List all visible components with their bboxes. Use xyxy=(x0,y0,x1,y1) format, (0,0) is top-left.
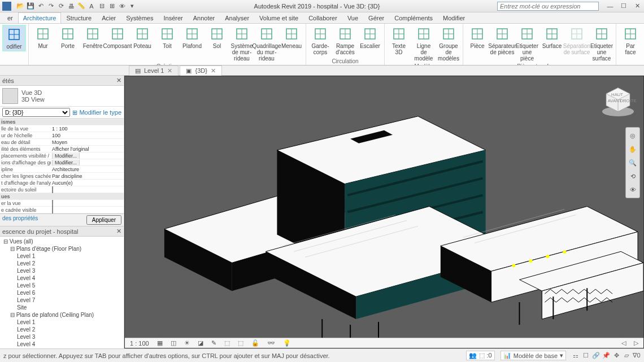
prop-checkbox[interactable] xyxy=(52,186,53,193)
qat-eye-icon[interactable]: 👁 xyxy=(118,2,127,11)
prop-value[interactable] xyxy=(51,200,124,207)
ribbon-tab-insérer[interactable]: Insérer xyxy=(158,12,188,23)
tree-node[interactable]: Level 5 xyxy=(1,282,123,289)
ribbon-btn-s-paration-de-surface[interactable]: Séparation de surface xyxy=(565,25,589,56)
sun-path-icon[interactable]: ☀ xyxy=(182,339,192,347)
prop-row[interactable]: placements visibilité / gra...Modifier..… xyxy=(0,152,124,159)
properties-help-link[interactable]: des propriétés xyxy=(2,215,38,225)
app-icon[interactable] xyxy=(2,2,11,11)
qat-sync-icon[interactable]: ⟳ xyxy=(56,2,66,11)
ribbon-btn-odifier[interactable]: odifier xyxy=(2,25,26,51)
search-input[interactable] xyxy=(497,2,599,11)
prop-row[interactable]: ions d'affichage des graphi...Modifier..… xyxy=(0,159,124,166)
tree-node[interactable]: Level 1 xyxy=(1,252,123,260)
nav-wheel-icon[interactable]: ◎ xyxy=(627,130,638,141)
minimize-button[interactable]: — xyxy=(603,1,617,11)
tree-node[interactable]: Level 3 xyxy=(1,267,123,274)
qat-undo-icon[interactable]: ↶ xyxy=(36,2,45,11)
sb-link-icon[interactable]: 🔗 xyxy=(592,352,600,360)
ribbon-tab-er[interactable]: er xyxy=(2,12,18,23)
crop-view-icon[interactable]: ⬚ xyxy=(223,339,232,347)
prop-row[interactable]: eau de détailMoyen xyxy=(0,139,124,146)
prop-value[interactable] xyxy=(51,207,124,213)
view-cube[interactable]: HAUT DROITE AVANT xyxy=(598,82,638,121)
scroll-left-icon[interactable]: ◁ xyxy=(620,339,628,347)
view-scale[interactable]: 1 : 100 xyxy=(128,340,151,347)
qat-save-icon[interactable]: 💾 xyxy=(26,2,35,11)
ribbon-tab-annoter[interactable]: Annoter xyxy=(188,12,220,23)
ribbon-btn-composant[interactable]: Composant xyxy=(106,25,129,50)
nav-zoom-icon[interactable]: 🔍 xyxy=(627,157,638,168)
tree-node[interactable]: Level 2 xyxy=(1,260,123,267)
qat-dim-icon[interactable]: ⊟ xyxy=(97,2,106,11)
prop-row[interactable]: ectoire du soleil xyxy=(0,186,124,193)
qat-text-icon[interactable]: A xyxy=(87,2,96,11)
prop-value[interactable]: 100 xyxy=(51,133,124,138)
close-button[interactable]: ✕ xyxy=(630,1,644,11)
doc-tab-close-icon[interactable]: ✕ xyxy=(211,67,216,75)
worksets-combo[interactable]: 📊Modèle de base▾ xyxy=(501,351,566,360)
doc-tab-level-1[interactable]: ▤Level 1✕ xyxy=(129,66,179,76)
browser-close-icon[interactable]: ✕ xyxy=(116,228,121,235)
sb-select-icon[interactable]: ☐ xyxy=(582,352,590,360)
ribbon-btn-syst-me-de-mur-rideau[interactable]: Système de mur-rideau xyxy=(230,25,254,63)
tree-node[interactable]: Level 6 xyxy=(1,289,123,296)
prop-value[interactable]: Moyen xyxy=(51,139,124,145)
properties-type-selector[interactable]: Vue 3D 3D View xyxy=(0,86,124,107)
qat-snap-icon[interactable]: ⊞ xyxy=(107,2,116,11)
ribbon-tab-modifier[interactable]: Modifier xyxy=(438,12,470,23)
ribbon-btn-escalier[interactable]: Escalier xyxy=(358,25,382,50)
sb-count-icon[interactable]: ∇0 xyxy=(633,352,641,360)
prop-group[interactable]: ues xyxy=(0,193,124,200)
tree-node[interactable]: Level 3 xyxy=(1,333,123,341)
ribbon-btn-toit[interactable]: Toit xyxy=(155,25,179,50)
ribbon-tab-systèmes[interactable]: Systèmes xyxy=(121,12,158,23)
prop-value[interactable]: Par discipline xyxy=(51,173,124,179)
prop-value[interactable]: Modifier... xyxy=(51,160,124,165)
tree-node[interactable]: Level 1 xyxy=(1,319,123,326)
prop-value[interactable] xyxy=(51,186,124,193)
prop-edit-button[interactable]: Modifier... xyxy=(52,160,80,165)
sb-pin-icon[interactable]: 📌 xyxy=(602,352,610,360)
ribbon-tab-collaborer[interactable]: Collaborer xyxy=(303,12,342,23)
ribbon-btn-pi-ce[interactable]: Pièce xyxy=(465,25,489,50)
prop-value[interactable]: Modifier... xyxy=(51,153,124,159)
ribbon-btn-quadrillage-du-mur-rideau[interactable]: Quadrillage du mur-rideau xyxy=(255,25,279,63)
tree-node[interactable]: Level 4 xyxy=(1,341,123,348)
lock-3d-icon[interactable]: 🔓 xyxy=(250,339,261,347)
rendering-icon[interactable]: ✎ xyxy=(210,339,218,347)
crop-region-icon[interactable]: ⬚ xyxy=(236,339,245,347)
tree-node[interactable]: Level 4 xyxy=(1,274,123,282)
prop-row[interactable]: iplineArchitecture xyxy=(0,166,124,173)
prop-value[interactable]: Afficher l'original xyxy=(51,146,124,152)
ribbon-btn-surface[interactable]: Surface xyxy=(540,25,564,50)
edit-type-button[interactable]: ⊞ Modifier le type xyxy=(72,109,121,116)
ribbon-btn-texte-d[interactable]: Texte 3D xyxy=(387,25,411,56)
prop-value[interactable]: Aucun(e) xyxy=(51,180,124,186)
prop-row[interactable]: lle de la vue1 : 100 xyxy=(0,125,124,132)
prop-row[interactable]: er la vue xyxy=(0,200,124,207)
ribbon-tab-structure[interactable]: Structure xyxy=(61,12,97,23)
shadows-icon[interactable]: ◪ xyxy=(196,339,205,347)
prop-value[interactable]: 1 : 100 xyxy=(51,126,124,132)
visual-style-icon[interactable]: ◫ xyxy=(169,339,178,347)
ribbon-tab-architecture[interactable]: Architecture xyxy=(18,12,62,23)
ribbon-btn-poteau[interactable]: Poteau xyxy=(130,25,154,50)
qat-redo-icon[interactable]: ↷ xyxy=(46,2,55,11)
nav-look-icon[interactable]: 👁 xyxy=(627,184,638,195)
prop-row[interactable]: ilité des élémentsAfficher l'original xyxy=(0,146,124,152)
ribbon-btn-s-parateur-de-pi-ces[interactable]: Séparateur de pièces xyxy=(490,25,514,56)
ribbon-btn-etiqueter-une-pi-ce[interactable]: Etiqueter une pièce xyxy=(515,25,539,63)
ribbon-btn-plafond[interactable]: Plafond xyxy=(180,25,204,50)
ribbon-tab-volume-et-site[interactable]: Volume et site xyxy=(254,12,303,23)
viewport-3d[interactable]: HAUT DROITE AVANT ◎ ✋ 🔍 ⟲ 👁 1 : 100 ▦ ◫ … xyxy=(124,76,644,348)
prop-checkbox[interactable] xyxy=(52,200,53,207)
prop-row[interactable]: ur de l'échelle100 xyxy=(0,132,124,139)
prop-edit-button[interactable]: Modifier... xyxy=(52,153,80,159)
sb-face-icon[interactable]: ▱ xyxy=(623,352,630,360)
ribbon-btn-porte[interactable]: Porte xyxy=(56,25,80,50)
ribbon-btn-fen-tre[interactable]: Fenêtre xyxy=(81,25,105,50)
maximize-button[interactable]: ☐ xyxy=(617,1,630,11)
instance-combo[interactable]: D: {3D} xyxy=(2,108,70,117)
ribbon-tab-compléments[interactable]: Compléments xyxy=(389,12,438,23)
